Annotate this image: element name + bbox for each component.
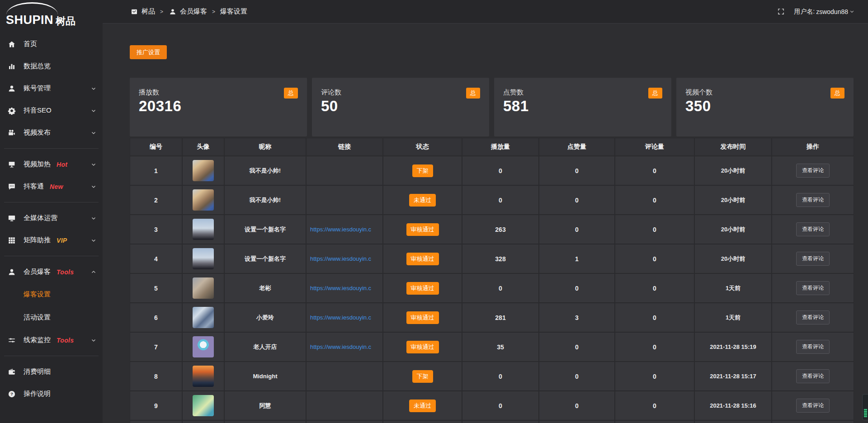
avatar [193,219,214,240]
sidebar-item-6[interactable]: 视频加热Hot [0,153,103,175]
video-link[interactable]: https://www.iesdouyin.c [310,226,371,233]
breadcrumb-item-3[interactable]: 爆客设置 [220,7,247,16]
sidebar-item-1[interactable]: 首页 [0,33,103,55]
breadcrumb-item-1[interactable]: 树品 [130,7,155,16]
cell-status: 审核通过 [383,215,462,244]
sidebar-nav: 首页数据总览账号管理抖音SEO视频发布视频加热Hot抖客通New全媒体运营矩阵助… [0,28,103,405]
avatar [193,307,214,328]
status-badge: 下架 [412,370,433,383]
cell-plays: 0 [462,186,538,214]
cell-avatar [183,303,224,332]
cell-link: https://www.iesdouyin.c [307,274,382,302]
cell-plays: 0 [462,156,538,185]
cell-link [307,362,382,390]
cell-likes: 0 [539,156,614,185]
sidebar-item-12[interactable]: 消费明细 [0,361,103,383]
sidebar-item-label: 抖音SEO [24,106,52,115]
cell-avatar [183,333,224,361]
user-icon [7,84,16,93]
user-menu[interactable]: 用户名: zswodun88 [794,8,854,16]
sidebar-item-label: 消费明细 [24,367,51,376]
sidebar-item-10[interactable]: 会员爆客Tools [0,261,103,283]
cell-id: 9 [130,391,182,420]
sidebar-item-9[interactable]: 矩阵助推VIP [0,229,103,251]
cell-likes: 3 [539,303,614,332]
view-comments-button[interactable]: 查看评论 [796,369,830,383]
view-comments-button[interactable]: 查看评论 [796,222,830,236]
cell-status: 下架 [383,362,462,390]
cell-actions: 查看评论 [772,244,854,273]
sidebar: SHUPIN 树品 首页数据总览账号管理抖音SEO视频发布视频加热Hot抖客通N… [0,0,103,423]
cell-nickname: 小爱玲 [225,303,306,332]
video-link[interactable]: https://www.iesdouyin.c [310,314,371,321]
cell-publish-time: 20小时前 [695,215,771,244]
cell-publish-time: 2021-11-28 15:17 [695,362,771,390]
sidebar-item-13[interactable]: ?操作说明 [0,383,103,405]
view-comments-button[interactable]: 查看评论 [796,399,830,413]
chevron-down-icon [91,216,96,221]
sidebar-item-11[interactable]: 线索监控Tools [0,329,103,351]
sidebar-item-label: 首页 [24,40,37,48]
sidebar-subitem-1[interactable]: 爆客设置 [0,283,103,306]
sidebar-item-4[interactable]: 抖音SEO [0,99,103,122]
logo-text-cn: 树品 [56,16,75,26]
cell-status [383,421,462,423]
sidebar-subitem-2[interactable]: 活动设置 [0,306,103,329]
user-icon [168,7,177,16]
view-comments-button[interactable]: 查看评论 [796,310,830,324]
floating-widget[interactable] [862,394,868,420]
sidebar-item-label: 抖客通 [24,182,44,191]
avatar [193,336,214,357]
cell-link: https://www.iesdouyin.c [307,333,382,361]
sidebar-subitem-label: 爆客设置 [24,290,51,299]
sidebar-item-5[interactable]: 视频发布 [0,122,103,144]
column-header: 发布时间 [695,138,771,155]
total-badge: 总 [648,88,662,99]
video-link[interactable]: https://www.iesdouyin.c [310,285,371,291]
wallet-icon [7,367,16,376]
sidebar-item-label: 操作说明 [24,390,51,398]
chat-icon [7,182,16,191]
app-logo[interactable]: SHUPIN 树品 [0,0,103,28]
cell-nickname: 老人开店 [225,333,306,361]
breadcrumb-item-2[interactable]: 会员爆客 [168,7,207,16]
view-comments-button[interactable]: 查看评论 [796,193,830,207]
video-link[interactable]: https://www.iesdouyin.c [310,255,371,262]
cell-link: https://www.iesdouyin.c [307,215,382,244]
stat-card-value: 50 [321,99,480,113]
cell-comments: 0 [615,303,694,332]
cell-comments: 0 [615,391,694,420]
column-header: 播放量 [462,138,538,155]
gear-icon [7,106,16,115]
stat-card-value: 350 [685,99,844,113]
stat-card-label: 播放数 [139,88,298,97]
view-comments-button[interactable]: 查看评论 [796,281,830,295]
cell-plays: 328 [462,244,538,273]
video-link[interactable]: https://www.iesdouyin.c [310,343,371,350]
floating-widget-bars [864,409,867,417]
sidebar-item-3[interactable]: 账号管理 [0,77,103,99]
cell-plays: 263 [462,215,538,244]
sidebar-subitem-label: 活动设置 [24,313,51,322]
cell-status: 下架 [383,156,462,185]
promo-settings-button[interactable]: 推广设置 [130,45,167,59]
cell-id: 4 [130,244,182,273]
cell-link: https://www.iesdouyin.c [307,244,382,273]
view-comments-button[interactable]: 查看评论 [796,252,830,266]
status-badge: 审核通过 [406,253,439,265]
sidebar-item-7[interactable]: 抖客通New [0,175,103,197]
sidebar-item-8[interactable]: 全媒体运营 [0,207,103,229]
cell-status: 未通过 [383,391,462,420]
view-comments-button[interactable]: 查看评论 [796,340,830,354]
fullscreen-icon[interactable] [777,8,785,15]
cell-avatar [183,421,224,423]
stat-card-value: 581 [503,99,662,113]
cell-avatar [183,274,224,302]
breadcrumb-item-label: 树品 [142,7,155,16]
monitor-icon [7,214,16,223]
sidebar-item-2[interactable]: 数据总览 [0,55,103,77]
cell-actions: 查看评论 [772,186,854,214]
cell-actions [772,421,854,423]
view-comments-button[interactable]: 查看评论 [796,164,830,178]
cell-likes: 0 [539,215,614,244]
